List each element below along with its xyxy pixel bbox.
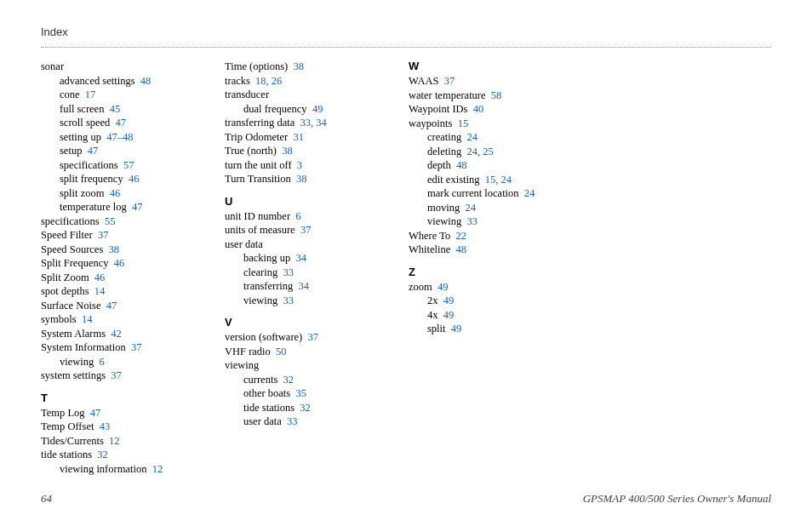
index-entry-page-link[interactable]: 46 xyxy=(114,257,125,269)
index-entry-page-link[interactable]: 14 xyxy=(82,313,93,325)
index-entry-page-link[interactable]: 34 xyxy=(299,280,310,292)
index-entry-page-link[interactable]: 3 xyxy=(297,159,302,171)
index-entry: advanced settings 48 xyxy=(41,74,220,89)
index-entry-page-link[interactable]: 49 xyxy=(437,281,449,293)
index-entry-page-link[interactable]: 37 xyxy=(444,75,455,87)
index-entry-page-link[interactable]: 31 xyxy=(293,131,304,143)
index-entry: turn the unit off 3 xyxy=(225,158,403,173)
index-entry-page-link[interactable]: 12 xyxy=(109,435,120,447)
index-entry-page-link[interactable]: 37 xyxy=(308,331,319,343)
index-entry-text: 4x xyxy=(427,309,438,321)
index-entry-page-link[interactable]: 50 xyxy=(276,346,287,357)
index-entry-page-link[interactable]: 47–48 xyxy=(106,131,133,143)
index-entry-page-link[interactable]: 46 xyxy=(110,187,121,199)
index-entry: waypoints 15 xyxy=(409,117,587,131)
index-entry-page-link[interactable]: 47 xyxy=(106,300,117,312)
index-entry-page-link[interactable]: 35 xyxy=(295,387,306,399)
index-entry-text: full screen xyxy=(60,103,104,115)
index-entry-page-link[interactable]: 46 xyxy=(129,173,140,185)
index-entry-text: tracks xyxy=(225,75,250,87)
index-entry-text: Time (options) xyxy=(225,60,288,72)
index-entry-page-link[interactable]: 37 xyxy=(111,369,122,381)
index-entry-page-link[interactable]: 58 xyxy=(491,89,502,101)
index-entry-page-link[interactable]: 32 xyxy=(97,449,108,460)
index-entry-page-link[interactable]: 43 xyxy=(100,420,111,432)
index-entry-page-link[interactable]: 48 xyxy=(456,243,467,255)
index-entry-page-link[interactable]: 12 xyxy=(152,463,163,475)
index-entry-page-link[interactable]: 15 xyxy=(458,117,469,129)
index-entry: Surface Noise 47 xyxy=(41,299,220,313)
index-entry-text: True (north) xyxy=(225,145,277,157)
index-entry-page-link[interactable]: 33 xyxy=(467,215,478,227)
index-entry-page-link[interactable]: 38 xyxy=(296,173,307,185)
index-entry-page-link[interactable]: 49 xyxy=(451,323,462,334)
index-entry-page-link[interactable]: 24 xyxy=(465,202,476,214)
index-entry-page-link[interactable]: 48 xyxy=(140,75,152,87)
index-section-head: Z xyxy=(409,266,587,278)
index-entry-text: unit ID number xyxy=(225,210,290,222)
index-entry-text: Tides/Currents xyxy=(41,435,104,447)
index-entry-page-link[interactable]: 24, 25 xyxy=(467,146,494,157)
index-entry: specifications 55 xyxy=(41,214,220,229)
index-entry-page-link[interactable]: 32 xyxy=(283,374,294,386)
index-entry: clearing 33 xyxy=(225,266,403,280)
index-entry-page-link[interactable]: 55 xyxy=(105,215,116,227)
index-entry-page-link[interactable]: 57 xyxy=(123,159,134,171)
index-entry-page-link[interactable]: 45 xyxy=(110,103,121,115)
index-entry: viewing xyxy=(225,358,403,373)
index-entry: tracks 18, 26 xyxy=(225,74,403,89)
page: Index sonaradvanced settings 48cone 17fu… xyxy=(0,0,812,526)
index-entry: viewing 33 xyxy=(225,294,403,308)
index-entry-page-link[interactable]: 38 xyxy=(293,60,304,72)
page-header: Index xyxy=(41,26,771,48)
index-entry: transferring data 33, 34 xyxy=(225,116,403,130)
index-entry-page-link[interactable]: 33 xyxy=(287,415,298,427)
index-entry-page-link[interactable]: 24 xyxy=(467,131,478,143)
index-entry-page-link[interactable]: 37 xyxy=(98,229,109,241)
index-entry: Speed Sources 38 xyxy=(41,243,220,257)
index-entry-page-link[interactable]: 24 xyxy=(524,187,535,199)
index-section-head: U xyxy=(225,195,403,208)
index-entry-page-link[interactable]: 6 xyxy=(100,356,105,368)
index-entry-page-link[interactable]: 47 xyxy=(90,407,101,419)
index-entry-page-link[interactable]: 33, 34 xyxy=(300,117,327,129)
index-entry: WAAS 37 xyxy=(409,74,587,89)
index-entry-page-link[interactable]: 48 xyxy=(456,159,467,171)
index-entry-page-link[interactable]: 33 xyxy=(283,266,294,278)
index-entry-page-link[interactable]: 49 xyxy=(443,294,455,306)
index-entry-text: transferring xyxy=(243,280,293,292)
index-entry-text: backing up xyxy=(243,252,290,264)
index-entry-page-link[interactable]: 17 xyxy=(85,89,96,100)
index-entry-page-link[interactable]: 37 xyxy=(300,224,312,236)
index-entry-text: Speed Filter xyxy=(41,229,93,241)
index-entry-page-link[interactable]: 33 xyxy=(283,294,294,306)
index-entry-page-link[interactable]: 14 xyxy=(94,285,106,297)
index-entry-page-link[interactable]: 18, 26 xyxy=(255,75,282,87)
index-entry: full screen 45 xyxy=(41,102,220,117)
index-entry-page-link[interactable]: 40 xyxy=(473,103,484,115)
index-entry-page-link[interactable]: 15, 24 xyxy=(485,174,512,186)
index-entry-page-link[interactable]: 47 xyxy=(116,117,127,129)
index-entry-page-link[interactable]: 22 xyxy=(455,230,466,242)
index-entry-page-link[interactable]: 38 xyxy=(282,145,293,157)
index-entry: split frequency 46 xyxy=(41,172,220,186)
index-entry-page-link[interactable]: 49 xyxy=(443,309,455,321)
index-entry-text: split zoom xyxy=(60,187,104,199)
index-entry-page-link[interactable]: 32 xyxy=(300,402,311,414)
footer-manual-title: GPSMAP 400/500 Series Owner's Manual xyxy=(583,492,771,506)
index-entry-page-link[interactable]: 6 xyxy=(295,210,300,222)
index-entry-page-link[interactable]: 49 xyxy=(312,103,323,115)
index-entry-page-link[interactable]: 47 xyxy=(132,201,143,213)
index-entry-page-link[interactable]: 34 xyxy=(295,252,306,264)
index-entry-page-link[interactable]: 42 xyxy=(111,328,122,340)
index-entry-text: currents xyxy=(243,374,277,386)
index-entry-page-link[interactable]: 38 xyxy=(109,243,120,255)
index-entry-text: scroll speed xyxy=(60,117,110,129)
index-entry-page-link[interactable]: 47 xyxy=(88,145,99,157)
index-entry-page-link[interactable]: 46 xyxy=(94,272,106,283)
index-entry: 4x 49 xyxy=(409,308,587,323)
index-entry: Split Frequency 46 xyxy=(41,256,220,271)
index-entry: Whiteline 48 xyxy=(409,243,587,257)
index-entry-text: clearing xyxy=(243,266,277,278)
index-entry-page-link[interactable]: 37 xyxy=(131,341,142,353)
